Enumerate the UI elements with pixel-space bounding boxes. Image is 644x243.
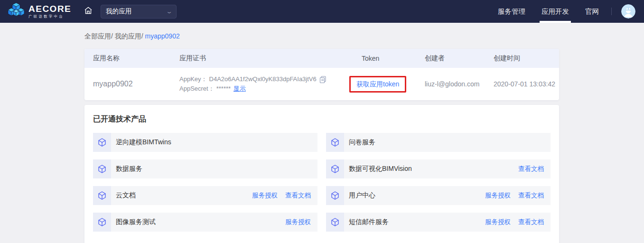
product-name: 云文档	[116, 191, 136, 200]
product-name: 数据服务	[116, 165, 142, 173]
token-cell: 获取应用token	[349, 76, 425, 93]
table-header: 应用名称 应用证书 Token 创建者 创建时间	[84, 49, 559, 68]
product-item-bimtwins[interactable]: 逆向建模BIMTwins	[93, 133, 317, 152]
product-item-sms-email[interactable]: 短信邮件服务 服务授权 查看文档	[326, 213, 551, 232]
col-header-app-cert: 应用证书	[179, 54, 362, 63]
product-item-user-center[interactable]: 用户中心 服务授权 查看文档	[326, 186, 551, 205]
nav-item-official-site[interactable]: 官网	[585, 0, 599, 23]
logo-cubes-icon	[8, 2, 25, 20]
service-auth-link[interactable]: 服务授权	[285, 218, 311, 226]
appsecret-value: ******	[216, 84, 231, 93]
copy-icon[interactable]	[319, 76, 326, 83]
col-header-token: Token	[362, 55, 425, 62]
logo-subtitle: 广联达数字中台	[28, 15, 71, 19]
col-header-app-name: 应用名称	[93, 54, 179, 63]
product-name: 问卷服务	[349, 138, 375, 147]
breadcrumb-my-apps[interactable]: 我的应用/	[115, 32, 143, 40]
cube-icon	[93, 133, 111, 152]
col-header-creator: 创建者	[425, 54, 494, 63]
cube-icon	[326, 186, 344, 205]
breadcrumb: 全部应用/ 我的应用/ myapp0902	[84, 32, 559, 41]
home-button[interactable]	[84, 6, 93, 17]
nav-item-service-mgmt[interactable]: 服务管理	[498, 0, 525, 23]
products-grid: 逆向建模BIMTwins 问卷服务 数据服务 数据可视化BIMVision 查看…	[93, 133, 551, 232]
product-item-image-service-test[interactable]: 图像服务测试 服务授权	[93, 213, 317, 232]
app-info-card: 应用名称 应用证书 Token 创建者 创建时间 myapp0902 AppKe…	[84, 49, 559, 100]
breadcrumb-current-app: myapp0902	[145, 32, 180, 40]
breadcrumb-all-apps[interactable]: 全部应用/	[84, 32, 113, 40]
service-auth-link[interactable]: 服务授权	[252, 191, 278, 200]
home-icon	[84, 6, 93, 17]
app-select-value: 我的应用	[106, 7, 131, 16]
app-name-value: myapp0902	[93, 80, 179, 88]
view-docs-link[interactable]: 查看文档	[518, 218, 544, 226]
cube-icon	[93, 186, 111, 205]
top-navbar: AECORE 广联达数字中台 我的应用 ⌄ 服务管理 应用开发 官网	[0, 0, 644, 23]
main-content: 全部应用/ 我的应用/ myapp0902 应用名称 应用证书 Token 创建…	[84, 32, 559, 243]
service-auth-link[interactable]: 服务授权	[485, 218, 511, 226]
cube-icon	[93, 213, 111, 232]
created-time-value: 2020-07-01 13:03:42	[494, 80, 559, 88]
product-item-bimvision[interactable]: 数据可视化BIMVision 查看文档	[326, 159, 551, 178]
service-auth-link[interactable]: 服务授权	[485, 191, 511, 200]
section-title: 已开通技术产品	[93, 114, 551, 124]
user-avatar[interactable]	[621, 4, 635, 19]
cube-icon	[326, 133, 344, 152]
product-item-survey[interactable]: 问卷服务	[326, 133, 551, 152]
nav-separator	[611, 8, 612, 15]
enabled-products-card: 已开通技术产品 逆向建模BIMTwins 问卷服务 数据服务 数据可视化BIMV…	[84, 105, 559, 243]
appsecret-label: AppSecret：	[179, 84, 215, 93]
product-name: 图像服务测试	[116, 218, 156, 226]
cube-icon	[326, 213, 344, 232]
nav-item-app-dev[interactable]: 应用开发	[541, 0, 569, 23]
brand-logo[interactable]: AECORE 广联达数字中台	[8, 2, 71, 20]
get-app-token-link[interactable]: 获取应用token	[356, 80, 399, 88]
red-highlight-box: 获取应用token	[349, 76, 406, 93]
app-cert-cell: AppKey：D4A2o6AA1f2wQxl0yK833dpFAIa3jtV6 …	[179, 75, 362, 93]
chevron-down-icon: ⌄	[166, 9, 173, 15]
cube-icon	[93, 159, 111, 178]
logo-title: AECORE	[28, 4, 71, 13]
appkey-value: D4A2o6AA1f2wQxl0yK833dpFAIa3jtV6	[209, 75, 317, 84]
product-item-data-service[interactable]: 数据服务	[93, 159, 317, 178]
product-item-cloud-doc[interactable]: 云文档 服务授权 查看文档	[93, 186, 317, 205]
show-secret-link[interactable]: 显示	[233, 84, 246, 93]
product-name: 逆向建模BIMTwins	[116, 138, 171, 147]
col-header-created-time: 创建时间	[494, 54, 559, 63]
view-docs-link[interactable]: 查看文档	[518, 191, 544, 200]
app-select-dropdown[interactable]: 我的应用 ⌄	[101, 5, 177, 19]
table-row: myapp0902 AppKey：D4A2o6AA1f2wQxl0yK833dp…	[84, 68, 559, 100]
creator-value: liuz-l@glodon.com	[425, 80, 494, 88]
appkey-label: AppKey：	[179, 75, 207, 84]
cube-icon	[326, 159, 344, 178]
product-name: 用户中心	[349, 191, 375, 200]
product-name: 数据可视化BIMVision	[349, 165, 412, 173]
view-docs-link[interactable]: 查看文档	[285, 191, 311, 200]
nav-menu: 服务管理 应用开发 官网	[482, 0, 635, 23]
view-docs-link[interactable]: 查看文档	[518, 165, 544, 173]
product-name: 短信邮件服务	[349, 218, 389, 226]
